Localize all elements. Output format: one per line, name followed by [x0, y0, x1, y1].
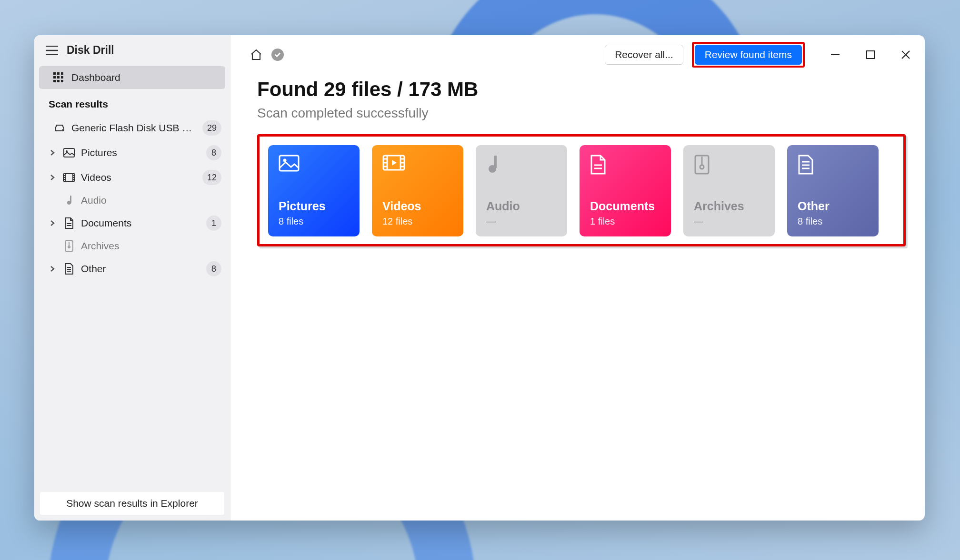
svg-rect-19: [280, 156, 299, 171]
content-area: Found 29 files / 173 MB Scan completed s…: [230, 74, 925, 256]
video-icon: [382, 155, 453, 176]
card-videos[interactable]: Videos 12 files: [372, 145, 463, 236]
svg-rect-10: [64, 148, 74, 157]
sidebar-device-row[interactable]: Generic Flash Disk USB D… 29: [34, 116, 230, 140]
chevron-right-icon: [48, 265, 57, 272]
menu-icon[interactable]: [46, 46, 58, 55]
video-icon: [63, 173, 75, 182]
close-button[interactable]: [895, 46, 916, 64]
card-subtitle: 8 files: [279, 216, 349, 227]
file-icon: [63, 263, 75, 275]
minimize-button[interactable]: [825, 46, 846, 64]
card-archives[interactable]: Archives —: [683, 145, 775, 236]
results-subheading: Scan completed successfully: [257, 106, 906, 121]
svg-rect-4: [57, 76, 60, 79]
sidebar-item-videos[interactable]: Videos 12: [34, 165, 230, 190]
count-badge: 12: [202, 170, 221, 185]
topbar: Recover all... Review found items: [230, 35, 925, 74]
sidebar-item-label: Pictures: [81, 147, 200, 158]
archive-icon: [63, 240, 75, 252]
sidebar-item-dashboard[interactable]: Dashboard: [39, 66, 225, 89]
card-subtitle: 1 files: [590, 216, 660, 227]
sidebar-header: Disk Drill: [34, 35, 230, 65]
sidebar-item-label: Videos: [81, 172, 197, 183]
card-documents[interactable]: Documents 1 files: [580, 145, 671, 236]
svg-point-16: [68, 246, 70, 248]
archive-icon: [694, 155, 764, 176]
maximize-button[interactable]: [860, 46, 881, 64]
svg-rect-5: [61, 76, 63, 79]
svg-point-23: [489, 165, 496, 173]
svg-rect-3: [53, 76, 56, 79]
svg-rect-0: [53, 72, 56, 75]
svg-point-9: [62, 129, 63, 130]
sidebar-item-documents[interactable]: Documents 1: [34, 211, 230, 236]
app-title: Disk Drill: [67, 44, 114, 57]
svg-rect-14: [70, 196, 71, 203]
sidebar-item-audio[interactable]: Audio: [34, 190, 230, 211]
count-badge: 29: [202, 120, 221, 136]
drive-icon: [53, 124, 66, 132]
card-title: Audio: [486, 199, 557, 213]
count-badge: 8: [206, 145, 221, 160]
app-window: Disk Drill Dashboard Scan results Generi…: [34, 35, 925, 521]
svg-rect-1: [57, 72, 60, 75]
document-icon: [590, 155, 660, 176]
sidebar-footer: Show scan results in Explorer: [34, 486, 230, 521]
count-badge: 1: [206, 216, 221, 231]
chevron-right-icon: [48, 174, 57, 181]
sidebar-item-archives[interactable]: Archives: [34, 236, 230, 256]
file-icon: [798, 155, 868, 176]
device-label: Generic Flash Disk USB D…: [71, 122, 197, 134]
count-badge: 8: [206, 261, 221, 276]
sidebar-item-other[interactable]: Other 8: [34, 256, 230, 281]
document-icon: [63, 217, 75, 229]
sidebar-item-pictures[interactable]: Pictures 8: [34, 140, 230, 165]
sidebar-item-label: Documents: [81, 217, 200, 229]
window-controls: [825, 46, 916, 64]
sidebar-item-label: Other: [81, 263, 200, 275]
svg-rect-2: [61, 72, 63, 75]
svg-rect-17: [831, 54, 840, 55]
sidebar-item-label: Audio: [81, 195, 221, 206]
svg-point-25: [700, 165, 704, 169]
card-title: Videos: [382, 199, 453, 213]
scan-complete-icon: [271, 49, 284, 61]
recover-all-button[interactable]: Recover all...: [605, 45, 683, 65]
card-title: Documents: [590, 199, 660, 213]
card-other[interactable]: Other 8 files: [787, 145, 879, 236]
card-subtitle: 8 files: [798, 216, 868, 227]
card-subtitle: —: [486, 216, 557, 227]
results-heading: Found 29 files / 173 MB: [257, 78, 906, 101]
sidebar-item-label: Dashboard: [71, 72, 120, 83]
audio-icon: [63, 195, 75, 206]
card-title: Other: [798, 199, 868, 213]
card-title: Pictures: [279, 199, 349, 213]
grid-icon: [53, 72, 64, 83]
card-pictures[interactable]: Pictures 8 files: [268, 145, 360, 236]
chevron-right-icon: [48, 220, 57, 226]
svg-rect-6: [53, 80, 56, 82]
sidebar-item-label: Archives: [81, 240, 221, 252]
card-title: Archives: [694, 199, 764, 213]
review-found-items-button[interactable]: Review found items: [695, 45, 802, 65]
highlight-annotation: Review found items: [692, 42, 805, 68]
svg-rect-18: [867, 51, 874, 59]
show-in-explorer-button[interactable]: Show scan results in Explorer: [40, 492, 224, 515]
card-subtitle: —: [694, 216, 764, 227]
chevron-right-icon: [48, 149, 57, 156]
main-panel: Recover all... Review found items Found …: [230, 35, 925, 521]
home-icon[interactable]: [250, 48, 263, 61]
audio-icon: [486, 155, 557, 176]
scan-results-heading: Scan results: [34, 90, 230, 116]
category-cards-highlight: Pictures 8 files Videos 12 files Aud: [257, 134, 906, 246]
svg-rect-8: [61, 80, 63, 82]
card-audio[interactable]: Audio —: [476, 145, 567, 236]
card-subtitle: 12 files: [382, 216, 453, 227]
picture-icon: [63, 148, 75, 157]
picture-icon: [279, 155, 349, 176]
svg-rect-7: [57, 80, 60, 82]
sidebar: Disk Drill Dashboard Scan results Generi…: [34, 35, 230, 521]
